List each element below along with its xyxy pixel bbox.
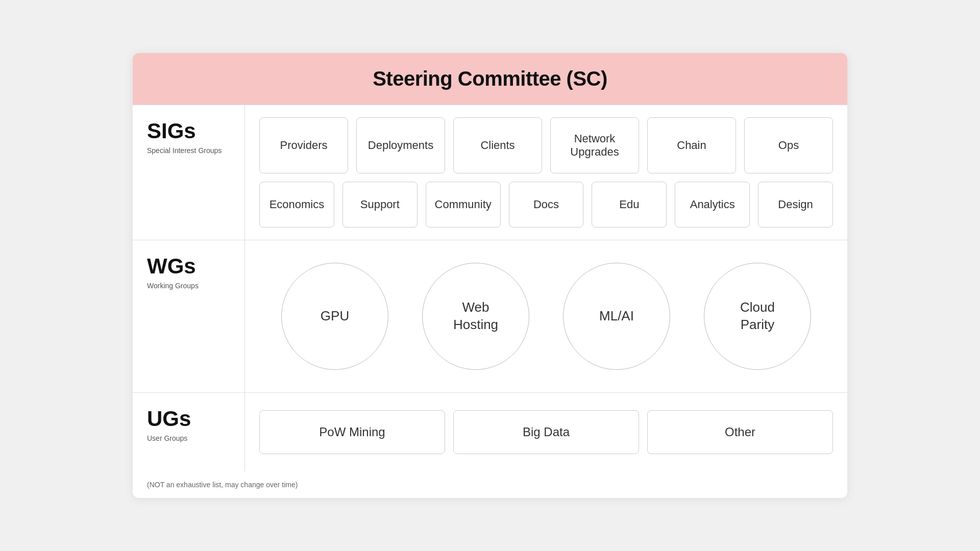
ug-other: Other (647, 410, 833, 454)
sig-community: Community (426, 182, 501, 228)
sigs-full-name: Special Interest Groups (147, 146, 230, 156)
wg-mlai: ML/AI (563, 263, 670, 370)
sigs-grid: Providers Deployments Clients NetworkUpg… (259, 117, 833, 228)
wgs-circles: GPU WebHosting ML/AI CloudParity (259, 253, 833, 380)
wg-cloud-parity: CloudParity (704, 263, 811, 370)
sigs-abbr: SIGs (147, 120, 230, 142)
sigs-label: SIGs Special Interest Groups (133, 105, 245, 240)
ug-pow-mining: PoW Mining (259, 410, 445, 454)
sig-ops: Ops (744, 117, 833, 173)
ugs-abbr: UGs (147, 408, 230, 430)
page-title: Steering Committee (SC) (153, 67, 827, 90)
ugs-section: UGs User Groups PoW Mining Big Data Othe… (133, 393, 847, 471)
wgs-abbr: WGs (147, 256, 230, 277)
content-area: SIGs Special Interest Groups Providers D… (133, 105, 847, 471)
sig-analytics: Analytics (675, 182, 750, 228)
sigs-row-2: Economics Support Community Docs Edu Ana… (259, 182, 833, 228)
sig-providers: Providers (259, 117, 348, 173)
sigs-row-1: Providers Deployments Clients NetworkUpg… (259, 117, 833, 173)
wg-gpu: GPU (281, 263, 388, 370)
wgs-content: GPU WebHosting ML/AI CloudParity (245, 240, 847, 392)
ugs-full-name: User Groups (147, 434, 230, 444)
sig-chain: Chain (647, 117, 736, 173)
sig-network-upgrades: NetworkUpgrades (550, 117, 639, 173)
header: Steering Committee (SC) (133, 53, 847, 105)
wgs-section: WGs Working Groups GPU WebHosting ML/AI … (133, 240, 847, 393)
sig-deployments: Deployments (356, 117, 445, 173)
sigs-content: Providers Deployments Clients NetworkUpg… (245, 105, 847, 240)
ugs-content: PoW Mining Big Data Other (245, 393, 847, 471)
ugs-label: UGs User Groups (133, 393, 245, 471)
wg-web-hosting: WebHosting (422, 263, 529, 370)
sig-edu: Edu (592, 182, 667, 228)
wgs-full-name: Working Groups (147, 281, 230, 291)
footer-text: (NOT an exhaustive list, may change over… (147, 481, 298, 489)
sig-docs: Docs (509, 182, 584, 228)
sigs-section: SIGs Special Interest Groups Providers D… (133, 105, 847, 240)
main-container: Steering Committee (SC) SIGs Special Int… (133, 53, 847, 498)
sig-clients: Clients (453, 117, 542, 173)
ug-big-data: Big Data (453, 410, 639, 454)
sig-economics: Economics (259, 182, 334, 228)
sig-design: Design (758, 182, 833, 228)
footer-note: (NOT an exhaustive list, may change over… (133, 471, 847, 498)
sig-support: Support (342, 182, 418, 228)
wgs-label: WGs Working Groups (133, 240, 245, 392)
ugs-boxes: PoW Mining Big Data Other (259, 405, 833, 459)
